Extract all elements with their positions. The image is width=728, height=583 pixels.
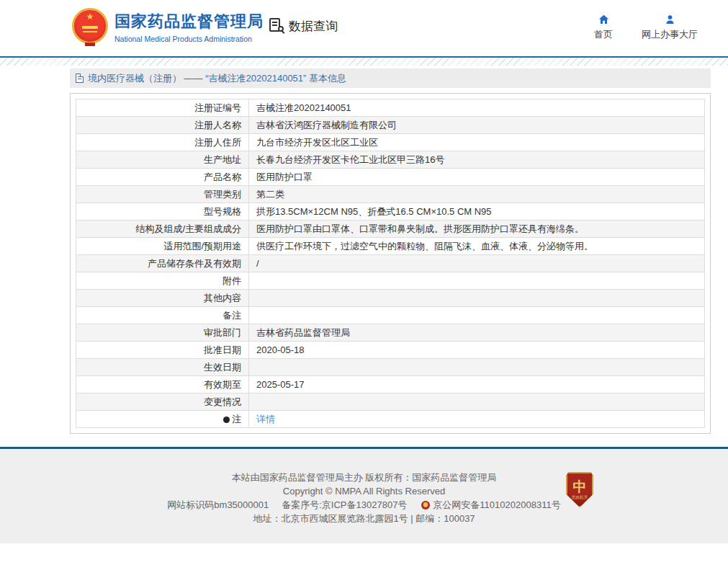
table-row: 结构及组成/主要组成成分医用防护口罩由口罩体、口罩带和鼻夹制成。拱形医用防护口罩…: [76, 221, 705, 238]
table-row: 适用范围/预期用途供医疗工作环境下，过滤空气中的颗粒物、阻隔飞沫、血液、体液、分…: [76, 238, 705, 255]
icp-record-link[interactable]: 备案序号:京ICP备13027807号: [282, 499, 407, 510]
home-icon: [598, 14, 610, 25]
table-row: 型号规格拱形13.5CM×12CM N95、折叠式16.5 CM×10.5 CM…: [76, 203, 705, 221]
row-value: 吉械注准20202140051: [249, 99, 705, 117]
badge-text: 党政机关: [572, 494, 588, 499]
row-value: 供医疗工作环境下，过滤空气中的颗粒物、阻隔飞沫、血液、体液、分泌物等用。: [249, 238, 705, 255]
table-row: 备注: [76, 307, 705, 324]
row-label: 备注: [76, 307, 249, 324]
document-search-icon: [269, 18, 284, 35]
page-footer: 本站由国家药品监督管理局主办 版权所有：国家药品监督管理局 Copyright …: [0, 447, 728, 543]
row-value: 吉林省沃鸿医疗器械制造有限公司: [249, 117, 705, 134]
table-row: 产品储存条件及有效期/: [76, 255, 705, 272]
row-value: [249, 272, 705, 290]
row-value: 吉林省药品监督管理局: [249, 324, 705, 342]
user-icon: [664, 14, 676, 25]
table-row: 注册人名称吉林省沃鸿医疗器械制造有限公司: [76, 117, 705, 134]
row-value: [249, 359, 705, 376]
nav-home-label: 首页: [594, 28, 613, 41]
table-row: 附件: [76, 272, 705, 290]
row-label: 其他内容: [76, 290, 249, 307]
table-row: 审批部门吉林省药品监督管理局: [76, 324, 705, 342]
footer-line-1: 本站由国家药品监督管理局主办 版权所有：国家药品监督管理局: [0, 471, 728, 484]
row-label: 管理类别: [76, 186, 249, 203]
table-row: 批准日期2020-05-18: [76, 342, 705, 359]
row-value: [249, 290, 705, 307]
nav-service-hall-label: 网上办事大厅: [642, 28, 698, 41]
row-value: [249, 307, 705, 324]
table-row: 有效期至2025-05-17: [76, 376, 705, 393]
data-query-section[interactable]: 数据查询: [269, 18, 338, 35]
row-value: [249, 393, 705, 411]
row-label: 型号规格: [76, 203, 249, 221]
nav-service-hall[interactable]: 网上办事大厅: [642, 14, 698, 41]
breadcrumb: 境内医疗器械（注册） —— “吉械注准20202140051” 基本信息: [70, 68, 711, 88]
bulb-icon: [223, 417, 230, 423]
details-link[interactable]: 详情: [256, 414, 275, 424]
table-row: 注详情: [76, 411, 705, 428]
national-emblem-icon: ★: [72, 8, 108, 46]
row-value: 详情: [249, 411, 705, 428]
site-code: 网站标识码bm35000001: [167, 499, 269, 510]
hatch-strip: [0, 58, 728, 66]
row-value: 长春九台经济开发区卡伦工业北区甲三路16号: [249, 151, 705, 169]
nav-home[interactable]: 首页: [594, 14, 613, 41]
data-query-label: 数据查询: [289, 18, 338, 35]
badge-glyph: 中: [573, 480, 587, 494]
table-row: 管理类别第二类: [76, 186, 705, 203]
info-table: 注册证编号吉械注准20202140051注册人名称吉林省沃鸿医疗器械制造有限公司…: [76, 99, 705, 428]
row-label: 产品名称: [76, 169, 249, 186]
footer-copyright: Copyright © NMPA All Rights Reserved: [0, 484, 728, 498]
row-value: 第二类: [249, 186, 705, 203]
row-label: 附件: [76, 272, 249, 290]
info-card: 注册证编号吉械注准20202140051注册人名称吉林省沃鸿医疗器械制造有限公司…: [70, 93, 711, 434]
row-label: 结构及组成/主要组成成分: [76, 221, 249, 238]
row-value: 拱形13.5CM×12CM N95、折叠式16.5 CM×10.5 CM N95: [249, 203, 705, 221]
main-content: 境内医疗器械（注册） —— “吉械注准20202140051” 基本信息 注册证…: [70, 68, 711, 434]
row-value: 2025-05-17: [249, 376, 705, 393]
org-name-en: National Medical Products Administration: [114, 35, 264, 43]
row-value: 医用防护口罩: [249, 169, 705, 186]
row-label: 生效日期: [76, 359, 249, 376]
row-value: 2020-05-18: [249, 342, 705, 359]
row-value: 医用防护口罩由口罩体、口罩带和鼻夹制成。拱形医用防护口罩还具有海绵条。: [249, 221, 705, 238]
table-row: 生产地址长春九台经济开发区卡伦工业北区甲三路16号: [76, 151, 705, 169]
row-label: 注册人住所: [76, 134, 249, 151]
row-label: 批准日期: [76, 342, 249, 359]
row-label: 产品储存条件及有效期: [76, 255, 249, 272]
org-name-cn: 国家药品监督管理局: [114, 11, 264, 32]
row-label: 有效期至: [76, 376, 249, 393]
table-row: 注册证编号吉械注准20202140051: [76, 99, 705, 117]
row-label: 审批部门: [76, 324, 249, 342]
top-navigation: 首页 网上办事大厅: [594, 14, 698, 41]
table-row: 其他内容: [76, 290, 705, 307]
table-row: 生效日期: [76, 359, 705, 376]
site-header: ★ 国家药品监督管理局 National Medical Products Ad…: [0, 0, 728, 56]
page-icon: [76, 74, 84, 83]
row-label: 注册人名称: [76, 117, 249, 134]
gate-icon: [82, 26, 98, 29]
table-row: 变更情况: [76, 393, 705, 411]
star-icon: ★: [86, 12, 94, 21]
footer-address: 地址：北京市西城区展览路北露园1号 | 邮编：100037: [0, 512, 728, 525]
row-label: 变更情况: [76, 393, 249, 411]
police-badge-icon: [421, 501, 430, 509]
footer-line-3: 网站标识码bm35000001备案序号:京ICP备13027807号京公网安备1…: [0, 498, 728, 512]
breadcrumb-text: 境内医疗器械（注册） —— “吉械注准20202140051” 基本信息: [88, 72, 346, 85]
psb-record-link[interactable]: 京公网安备11010202008311号: [433, 499, 560, 510]
site-logo[interactable]: ★ 国家药品监督管理局 National Medical Products Ad…: [72, 8, 264, 46]
table-row: 注册人住所九台市经济开发区北区工业区: [76, 134, 705, 151]
row-label: 注: [76, 411, 249, 428]
row-label: 生产地址: [76, 151, 249, 169]
table-row: 产品名称医用防护口罩: [76, 169, 705, 186]
row-label: 适用范围/预期用途: [76, 238, 249, 255]
row-value: /: [249, 255, 705, 272]
row-value: 九台市经济开发区北区工业区: [249, 134, 705, 151]
row-label: 注册证编号: [76, 99, 249, 117]
